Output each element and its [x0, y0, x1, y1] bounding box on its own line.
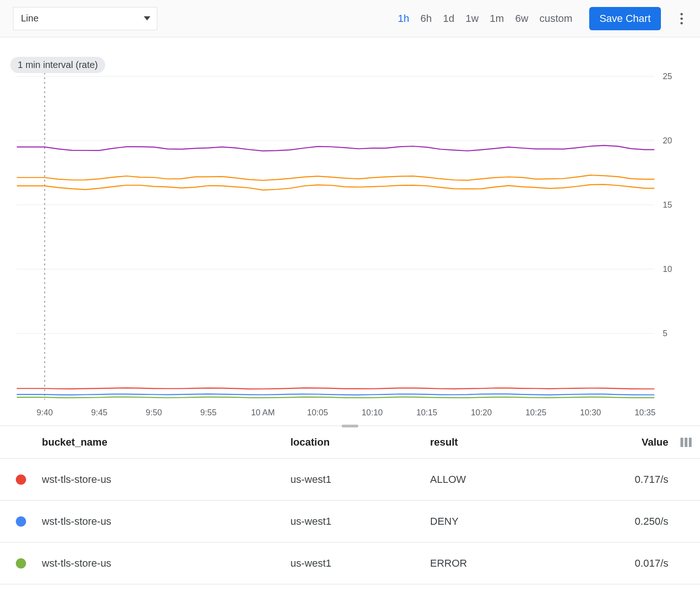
range-1w[interactable]: 1w	[465, 13, 478, 25]
chart-type-label: Line	[21, 13, 39, 24]
svg-rect-29	[689, 438, 692, 447]
series-color-dot	[16, 474, 26, 485]
svg-rect-27	[680, 438, 683, 447]
legend-row[interactable]: wst-tls-store-usus-west1ALLOW0.717/s	[0, 459, 700, 501]
line-chart[interactable]: 5101520259:409:459:509:5510 AM10:0510:10…	[7, 72, 696, 426]
svg-text:5: 5	[663, 329, 667, 338]
location: us-west1	[290, 557, 430, 569]
bucket-name: wst-tls-store-us	[42, 474, 290, 486]
result: ALLOW	[430, 474, 579, 486]
legend-header: bucket_name location result Value	[0, 426, 700, 459]
svg-text:15: 15	[663, 200, 672, 210]
result: ERROR	[430, 557, 579, 569]
svg-text:9:40: 9:40	[36, 408, 53, 417]
legend-table: bucket_name location result Value wst-tl…	[0, 426, 700, 584]
location: us-west1	[290, 515, 430, 528]
range-1d[interactable]: 1d	[443, 13, 454, 25]
series-purple	[17, 145, 654, 151]
svg-text:25: 25	[663, 72, 672, 81]
series-blue	[17, 394, 654, 395]
series-orange-a	[17, 175, 654, 180]
time-range-group: 1h6h1d1w1m6wcustom	[398, 13, 572, 25]
range-1h[interactable]: 1h	[398, 13, 409, 25]
col-bucket: bucket_name	[42, 436, 290, 448]
chevron-down-icon	[144, 16, 150, 20]
svg-text:9:55: 9:55	[200, 408, 216, 417]
toolbar: Line 1h6h1d1w1m6wcustom Save Chart	[0, 0, 700, 37]
svg-text:10:20: 10:20	[471, 408, 492, 417]
value: 0.717/s	[579, 474, 672, 486]
svg-text:20: 20	[663, 136, 672, 145]
series-color-dot	[16, 558, 26, 569]
value: 0.250/s	[579, 515, 672, 528]
chart-area: 1 min interval (rate) 5101520259:409:459…	[0, 37, 700, 426]
series-color-dot	[16, 516, 26, 527]
svg-point-2	[680, 22, 682, 24]
svg-text:10:15: 10:15	[416, 408, 437, 417]
range-1m[interactable]: 1m	[490, 13, 504, 25]
series-red	[17, 388, 654, 389]
legend-row[interactable]: wst-tls-store-usus-west1ERROR0.017/s	[0, 542, 700, 584]
overflow-menu[interactable]	[672, 9, 691, 28]
chart-type-select[interactable]: Line	[13, 7, 157, 30]
svg-text:10: 10	[663, 264, 672, 274]
svg-point-0	[680, 13, 682, 15]
bucket-name: wst-tls-store-us	[42, 515, 290, 528]
columns-icon	[680, 438, 692, 447]
col-result: result	[430, 436, 579, 448]
series-orange-b	[17, 184, 654, 190]
svg-text:10:05: 10:05	[307, 408, 328, 417]
range-6w[interactable]: 6w	[515, 13, 528, 25]
svg-text:10:10: 10:10	[362, 408, 383, 417]
svg-text:9:45: 9:45	[91, 408, 108, 417]
range-custom[interactable]: custom	[539, 13, 572, 25]
col-value: Value	[579, 436, 672, 448]
svg-point-1	[680, 17, 682, 20]
svg-text:10:30: 10:30	[580, 408, 601, 417]
more-vert-icon	[680, 13, 683, 25]
bucket-name: wst-tls-store-us	[42, 557, 290, 569]
col-location: location	[290, 436, 430, 448]
svg-text:10:25: 10:25	[525, 408, 546, 417]
svg-text:10:35: 10:35	[634, 408, 655, 417]
svg-text:9:50: 9:50	[146, 408, 162, 417]
column-picker[interactable]	[672, 438, 700, 447]
interval-pill: 1 min interval (rate)	[10, 57, 105, 73]
result: DENY	[430, 515, 579, 528]
location: us-west1	[290, 474, 430, 486]
legend-row[interactable]: wst-tls-store-usus-west1DENY0.250/s	[0, 501, 700, 542]
save-chart-button[interactable]: Save Chart	[589, 7, 661, 30]
svg-text:10 AM: 10 AM	[251, 408, 275, 417]
range-6h[interactable]: 6h	[420, 13, 431, 25]
svg-rect-28	[685, 438, 687, 447]
value: 0.017/s	[579, 557, 672, 569]
